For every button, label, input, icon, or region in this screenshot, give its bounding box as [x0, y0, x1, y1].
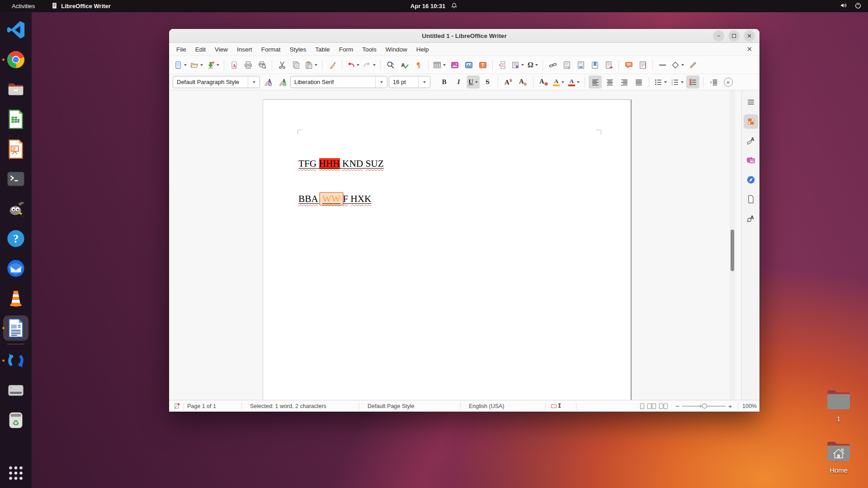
menu-file[interactable]: File: [172, 44, 191, 55]
spelling-button[interactable]: A: [398, 58, 411, 71]
align-center-button[interactable]: [603, 75, 616, 89]
dropdown-caret[interactable]: [521, 64, 524, 66]
multi-page-view-button[interactable]: [647, 404, 656, 409]
insert-footnote-button[interactable]: 1: [560, 58, 573, 71]
increase-indent-button[interactable]: [707, 75, 720, 89]
font-color-button[interactable]: A: [552, 75, 566, 89]
dropdown-caret[interactable]: [373, 64, 376, 66]
menu-edit[interactable]: Edit: [191, 44, 210, 55]
close-document-button[interactable]: ✕: [745, 45, 754, 53]
vertical-scrollbar[interactable]: [730, 90, 735, 400]
page-break-button[interactable]: [496, 58, 509, 71]
zoom-track[interactable]: [682, 406, 726, 407]
sidebar-tab-properties[interactable]: [744, 114, 758, 129]
dropdown-caret[interactable]: [443, 64, 446, 66]
dock-item-libreoffice-calc[interactable]: [1, 104, 30, 134]
cross-reference-button[interactable]: [602, 58, 615, 71]
justify-button[interactable]: [632, 75, 645, 89]
book-view-button[interactable]: [659, 404, 668, 409]
dropdown-caret[interactable]: [681, 64, 684, 66]
dock-item-terminal[interactable]: [1, 164, 30, 194]
dock-item-trash[interactable]: ♻: [1, 405, 30, 435]
selection-status[interactable]: Selected: 1 word, 2 characters: [250, 400, 326, 412]
dropdown-caret[interactable]: [475, 81, 478, 83]
dock-item-vscode[interactable]: [1, 15, 30, 45]
page-count-status[interactable]: Page 1 of 1: [187, 400, 216, 412]
clear-formatting-button[interactable]: A⊗: [537, 75, 550, 89]
copy-button[interactable]: [289, 58, 302, 71]
align-left-button[interactable]: [589, 75, 602, 89]
insert-table-button[interactable]: [432, 58, 447, 71]
document-word[interactable]: KND: [342, 158, 363, 169]
find-replace-button[interactable]: [384, 58, 397, 71]
new-style-button[interactable]: A: [276, 75, 289, 89]
dropdown-caret[interactable]: [681, 81, 684, 83]
sidebar-tab-gallery[interactable]: [744, 153, 758, 168]
insert-chart-button[interactable]: [462, 58, 475, 71]
font-size-combobox[interactable]: 16 pt: [389, 76, 430, 88]
document-word[interactable]: SUZ: [366, 158, 384, 169]
highlighted-text[interactable]: HHH: [319, 158, 340, 169]
dock-item-thunderbird[interactable]: [1, 253, 30, 283]
menu-help[interactable]: Help: [412, 44, 434, 55]
document-area[interactable]: TFG HHH KND SUZ BBA WWF HXK: [169, 90, 741, 400]
minimize-button[interactable]: −: [713, 30, 724, 42]
redo-button[interactable]: [362, 58, 377, 71]
zoom-out-button[interactable]: −: [675, 402, 679, 410]
new-document-button[interactable]: [173, 58, 188, 71]
maximize-button[interactable]: [728, 30, 740, 42]
chevron-down-icon[interactable]: [248, 76, 259, 88]
horizontal-line-button[interactable]: [656, 58, 669, 71]
menu-styles[interactable]: Styles: [285, 44, 311, 55]
undo-button[interactable]: [345, 58, 361, 71]
dropdown-caret[interactable]: [561, 81, 564, 83]
page-style-status[interactable]: Default Page Style: [368, 400, 415, 412]
title-bar[interactable]: Untitled 1 - LibreOffice Writer − ✕: [169, 29, 760, 43]
dock-item-files[interactable]: [1, 75, 30, 104]
update-style-button[interactable]: A: [261, 75, 274, 89]
underline-button[interactable]: U: [467, 75, 480, 89]
sidebar-tab-sidebar-settings[interactable]: [744, 95, 758, 109]
subscript-button[interactable]: AB: [516, 75, 529, 89]
dock-item-gimp[interactable]: [1, 194, 30, 224]
dropdown-caret[interactable]: [535, 64, 538, 66]
insert-field-button[interactable]: [510, 58, 525, 71]
font-name-combobox-value[interactable]: Liberation Serif: [291, 79, 375, 85]
cut-button[interactable]: [275, 58, 288, 71]
single-page-view-button[interactable]: [640, 404, 644, 409]
print-preview-button[interactable]: [255, 58, 269, 71]
menu-table[interactable]: Table: [311, 44, 334, 55]
desktop-folder-1[interactable]: 1: [819, 388, 858, 422]
insert-endnote-button[interactable]: i: [574, 58, 587, 71]
sidebar-tab-style-inspector[interactable]: A: [744, 211, 758, 226]
menu-window[interactable]: Window: [381, 44, 412, 55]
dock-item-chrome[interactable]: [1, 45, 30, 75]
chevron-down-icon[interactable]: [375, 76, 387, 88]
dock-item-libreoffice-writer[interactable]: [1, 313, 30, 343]
document-word[interactable]: F: [343, 193, 348, 204]
zoom-percent[interactable]: 100%: [742, 400, 757, 412]
hyperlink-button[interactable]: [546, 58, 559, 71]
insert-mode-status[interactable]: I: [551, 400, 561, 412]
sidebar-tab-navigator[interactable]: [744, 173, 758, 187]
clock[interactable]: Apr 16 10:31: [410, 3, 445, 9]
dock-item-app-grid[interactable]: [1, 458, 30, 488]
dropdown-caret[interactable]: [200, 64, 203, 66]
sidebar-tab-page[interactable]: [744, 192, 758, 206]
dock-item-help[interactable]: ?: [1, 224, 30, 253]
dock-item-disks[interactable]: [1, 375, 30, 405]
print-button[interactable]: [241, 58, 255, 71]
bold-button[interactable]: B: [438, 75, 451, 89]
document-text[interactable]: TFG HHH KND SUZ BBA WWF HXK: [298, 134, 384, 228]
menu-insert[interactable]: Insert: [232, 44, 257, 55]
align-right-button[interactable]: [618, 75, 631, 89]
paragraph-style-combobox[interactable]: Default Paragraph Style: [173, 76, 260, 88]
insert-textbox-button[interactable]: T: [476, 58, 489, 71]
desktop-folder-home[interactable]: Home: [819, 439, 858, 474]
menu-tools[interactable]: Tools: [358, 44, 381, 55]
highlight-color-button[interactable]: A: [567, 75, 581, 89]
open-button[interactable]: [189, 58, 204, 71]
special-character-button[interactable]: Ω: [526, 58, 539, 71]
track-changes-button[interactable]: [636, 58, 649, 71]
strikethrough-button[interactable]: S: [481, 75, 494, 89]
